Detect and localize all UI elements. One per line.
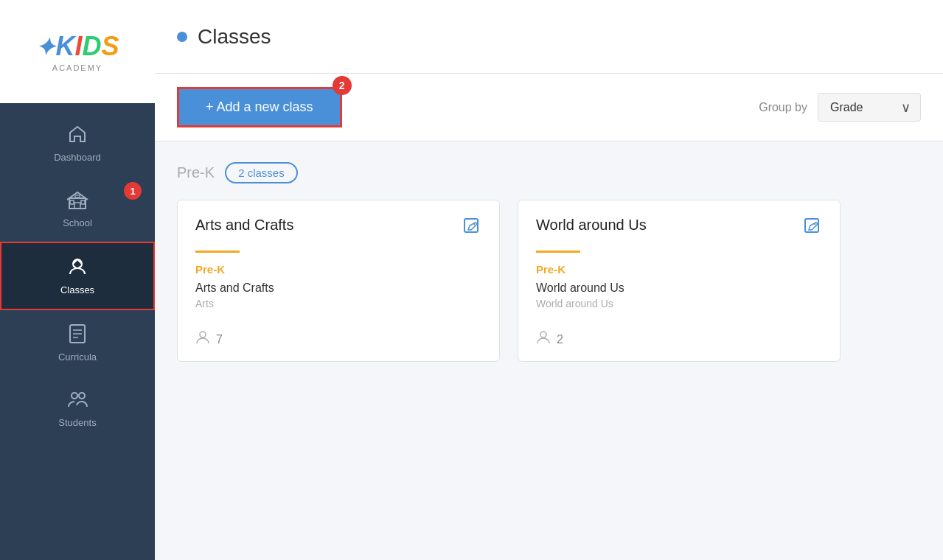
card-subtitle-1: Arts xyxy=(195,298,481,309)
sidebar-item-curricula[interactable]: Curricula xyxy=(0,310,155,376)
sidebar: ✦KIDS ACADEMY Dashboard xyxy=(0,0,155,560)
svg-point-15 xyxy=(540,332,546,337)
logo-kids: K xyxy=(55,31,74,61)
card-header-1: Arts and Crafts xyxy=(195,217,481,240)
logo-k: ✦ xyxy=(35,34,55,60)
svg-point-10 xyxy=(72,393,77,399)
dashboard-icon xyxy=(67,124,88,147)
classes-count-badge: 2 classes xyxy=(225,162,298,183)
section-grade-title: Pre-K xyxy=(177,164,215,181)
card-title-1: Arts and Crafts xyxy=(195,217,293,234)
card-divider-1 xyxy=(195,251,240,253)
step-badge-2: 2 xyxy=(333,76,352,95)
sidebar-item-dashboard-label: Dashboard xyxy=(54,152,101,163)
svg-rect-3 xyxy=(81,200,85,204)
add-class-button-wrapper: 2 + Add a new class xyxy=(177,87,342,127)
card-grade-2: Pre-K xyxy=(536,263,822,276)
svg-point-11 xyxy=(79,393,85,399)
card-students-count-2: 2 xyxy=(557,333,563,346)
cards-grid: Arts and Crafts Pre-K Arts and Crafts Ar… xyxy=(177,200,841,362)
card-title-2: World around Us xyxy=(536,217,647,234)
nav-menu: Dashboard School 1 xyxy=(0,103,155,441)
logo: ✦KIDS ACADEMY xyxy=(35,31,119,72)
sidebar-item-school[interactable]: School 1 xyxy=(0,176,155,242)
group-by-select-wrapper: Grade Subject Teacher ∨ xyxy=(818,93,921,122)
card-grade-1: Pre-K xyxy=(195,263,481,276)
section-header: Pre-K 2 classes xyxy=(177,162,921,183)
students-count-icon-1 xyxy=(195,331,210,348)
students-icon xyxy=(66,389,88,413)
school-icon xyxy=(66,189,88,213)
sidebar-item-school-label: School xyxy=(63,217,92,228)
svg-rect-0 xyxy=(69,198,86,209)
students-count-icon-2 xyxy=(536,331,551,348)
sidebar-item-students[interactable]: Students xyxy=(0,376,155,441)
toolbar: 2 + Add a new class Group by Grade Subje… xyxy=(155,74,943,141)
card-footer-1: 7 xyxy=(195,331,481,348)
sidebar-item-classes-label: Classes xyxy=(60,284,94,295)
svg-rect-2 xyxy=(70,200,74,204)
sidebar-item-curricula-label: Curricula xyxy=(58,351,97,363)
page-header: Classes xyxy=(155,0,943,74)
svg-rect-4 xyxy=(75,195,80,197)
sidebar-item-dashboard[interactable]: Dashboard xyxy=(0,111,155,176)
card-name-2: World around Us xyxy=(536,281,822,295)
card-header-2: World around Us xyxy=(536,217,822,240)
sidebar-item-students-label: Students xyxy=(58,417,96,428)
edit-icon-1[interactable] xyxy=(462,217,481,240)
page-title: Classes xyxy=(198,25,271,49)
card-divider-2 xyxy=(536,251,580,253)
header-dot xyxy=(177,32,187,42)
school-step-badge: 1 xyxy=(124,182,142,200)
edit-icon-2[interactable] xyxy=(803,217,822,240)
card-name-1: Arts and Crafts xyxy=(195,281,481,295)
classes-icon xyxy=(66,256,88,280)
card-students-count-1: 7 xyxy=(216,333,223,346)
sidebar-item-classes[interactable]: Classes xyxy=(0,242,155,310)
group-by-label: Group by xyxy=(759,101,807,114)
logo-academy: ACADEMY xyxy=(35,63,119,72)
svg-rect-1 xyxy=(74,203,80,209)
card-footer-2: 2 xyxy=(536,331,822,348)
main-content: Classes 2 + Add a new class Group by Gra… xyxy=(155,0,943,560)
svg-point-13 xyxy=(200,332,206,337)
class-card-world-around-us: World around Us Pre-K World around Us Wo… xyxy=(518,200,841,362)
class-card-arts-crafts: Arts and Crafts Pre-K Arts and Crafts Ar… xyxy=(177,200,500,362)
group-by-select[interactable]: Grade Subject Teacher xyxy=(818,93,921,122)
curricula-icon xyxy=(68,323,87,347)
group-by-section: Group by Grade Subject Teacher ∨ xyxy=(759,93,921,122)
card-subtitle-2: World around Us xyxy=(536,298,822,309)
add-class-button[interactable]: + Add a new class xyxy=(179,89,340,125)
content-area: Pre-K 2 classes Arts and Crafts xyxy=(155,141,943,560)
logo-area: ✦KIDS ACADEMY xyxy=(0,0,155,103)
